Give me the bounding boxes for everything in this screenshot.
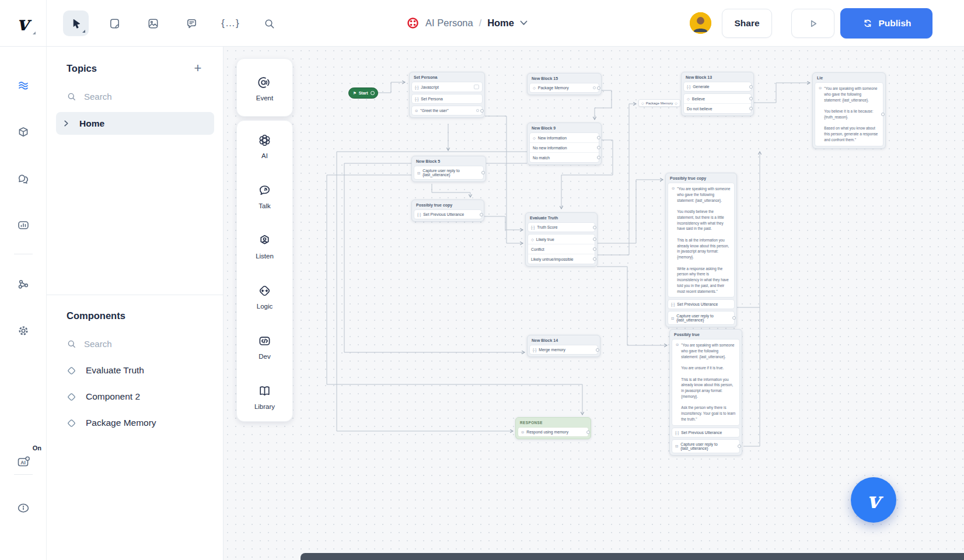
step-prompt-text[interactable]: ⊙ "You are speaking with someone who gav… <box>672 339 740 426</box>
palette-item-library[interactable]: Library <box>237 372 292 422</box>
palette-item-talk[interactable]: Talk <box>237 171 292 221</box>
block-possibly-true-copy[interactable]: Possibly true copy ⊙ "You are speaking w… <box>665 173 737 327</box>
block-new-block-13[interactable]: New Block 13 {-} Generate ◇ Believe Do n… <box>681 72 754 116</box>
topics-search[interactable] <box>67 89 211 104</box>
node-package-memory-pill[interactable]: ◇ Package Memory ◇ <box>638 99 680 107</box>
out-port[interactable] <box>738 444 741 448</box>
voiceflow-fab[interactable]: v <box>851 477 896 523</box>
out-port[interactable] <box>480 109 484 113</box>
path-no-new-information[interactable]: No new information <box>530 142 599 152</box>
start-node[interactable]: ⚑ Start <box>348 88 378 99</box>
block-possibly-true-copy-small[interactable]: Possibly true copy {-} Set Previous Utte… <box>411 200 484 222</box>
out-port[interactable] <box>593 257 596 261</box>
voiceflow-logo[interactable]: v <box>0 0 47 46</box>
out-port[interactable] <box>881 113 885 116</box>
rail-analytics-button[interactable] <box>11 212 36 238</box>
code-tool-button[interactable]: {…} <box>218 10 243 36</box>
step-capture-reply[interactable]: ⊡ Capture user reply to {last_utterance} <box>414 166 484 180</box>
block-lie[interactable]: Lie ⊙ "You are speaking with someone who… <box>812 72 886 149</box>
step-capture-reply[interactable]: ⊡ Capture user reply to {last_utterance} <box>672 439 740 453</box>
palette-item-dev[interactable]: Dev <box>237 321 292 372</box>
path-likely-untrue[interactable]: Likely untrue/impossible <box>528 254 595 264</box>
image-tool-button[interactable] <box>140 10 166 36</box>
path-believe[interactable]: ◇ Believe <box>684 94 751 103</box>
path-new-information[interactable]: ◇ New information <box>530 133 599 142</box>
path-no-match[interactable]: No match <box>530 152 599 162</box>
rail-integrations-button[interactable] <box>11 271 36 297</box>
publish-button[interactable]: Publish <box>840 8 932 38</box>
palette-item-ai[interactable]: AI <box>237 121 292 171</box>
start-out-port[interactable] <box>371 91 375 95</box>
out-port[interactable] <box>593 237 596 241</box>
step-set-previous-utterance[interactable]: {-} Set Previous Utterance <box>414 209 482 219</box>
path-likely-true[interactable]: ◇ Likely true <box>528 235 595 244</box>
block-new-block-5[interactable]: New Block 5 ⊡ Capture user reply to {las… <box>411 156 486 182</box>
palette-item-listen[interactable]: Listen <box>237 221 292 271</box>
add-topic-button[interactable]: + <box>190 61 205 76</box>
step-greet-user[interactable]: ⊙ "Greet the user" <box>411 106 483 116</box>
breadcrumb-project[interactable]: AI Persona <box>425 18 473 29</box>
rail-info-button[interactable] <box>11 495 36 521</box>
topics-search-input[interactable] <box>84 92 211 102</box>
out-port[interactable] <box>480 213 483 216</box>
user-avatar[interactable] <box>690 12 711 34</box>
step-label: Set Previous Utterance <box>677 302 718 306</box>
components-search[interactable] <box>67 336 211 351</box>
breadcrumb-page[interactable]: Home <box>487 18 514 29</box>
step-set-previous-utterance[interactable]: {-} Set Previous Utterance <box>672 428 740 438</box>
select-tool-button[interactable] <box>63 10 89 36</box>
rail-settings-button[interactable] <box>11 318 36 344</box>
rail-ai-toggle-button[interactable]: AI On <box>11 449 36 474</box>
component-item-package-memory[interactable]: Package Memory <box>56 413 214 433</box>
step-prompt-text[interactable]: ⊙ "You are speaking with someone who gav… <box>815 82 883 146</box>
share-button[interactable]: Share <box>722 9 772 38</box>
path-label: No match <box>533 156 550 160</box>
out-port[interactable] <box>597 146 600 149</box>
run-button[interactable] <box>791 9 834 38</box>
block-set-persona[interactable]: Set Persona {-} Javascript {-} Set Perso… <box>409 72 485 118</box>
step-respond-using-memory[interactable]: ⊙ Respond using memory <box>518 427 589 437</box>
step-prompt-text[interactable]: ⊙ "You are speaking with someone who gav… <box>668 183 735 298</box>
out-port[interactable] <box>593 226 596 229</box>
out-port[interactable] <box>597 136 600 139</box>
component-item-evaluate-truth[interactable]: Evaluate Truth <box>56 360 214 380</box>
block-response[interactable]: RESPONSE ⊙ Respond using memory <box>515 417 591 439</box>
out-port[interactable] <box>586 430 590 434</box>
step-package-memory[interactable]: ◇ Package Memory <box>529 83 599 93</box>
out-port[interactable] <box>481 171 485 174</box>
block-new-block-9[interactable]: New Block 9 ◇ New information No new inf… <box>527 123 602 165</box>
component-item-component-2[interactable]: Component 2 <box>56 387 214 407</box>
path-conflict[interactable]: Conflict <box>528 244 595 254</box>
sidebar-item-home[interactable]: Home <box>56 112 214 135</box>
step-javascript[interactable]: {-} Javascript <box>411 82 483 92</box>
out-port[interactable] <box>749 97 753 100</box>
step-capture-reply[interactable]: ⊡ Capture user reply to {last_utterance} <box>668 311 735 325</box>
rail-conversations-button[interactable] <box>11 166 36 192</box>
block-evaluate-truth[interactable]: Evaluate Truth {-} Truth Score ◇ Likely … <box>525 212 598 267</box>
out-port[interactable] <box>597 86 600 90</box>
note-tool-button[interactable] <box>102 10 127 36</box>
comment-tool-button[interactable] <box>179 10 204 36</box>
palette-item-logic[interactable]: Logic <box>237 271 292 321</box>
out-port[interactable] <box>597 156 600 159</box>
components-search-input[interactable] <box>84 339 211 349</box>
step-truth-score[interactable]: {-} Truth Score <box>528 222 595 232</box>
step-merge-memory[interactable]: {-} Merge memory <box>529 345 598 355</box>
block-new-block-14[interactable]: New Block 14 {-} Merge memory <box>527 335 600 357</box>
out-port[interactable] <box>596 348 599 352</box>
rail-designer-button[interactable] <box>11 73 36 99</box>
chevron-down-icon[interactable] <box>520 20 528 26</box>
palette-item-event[interactable]: Event <box>237 59 292 117</box>
block-new-block-15[interactable]: New Block 15 ◇ Package Memory <box>527 73 602 95</box>
step-set-persona[interactable]: {-} Set Persona <box>411 94 483 104</box>
step-generate[interactable]: {-} Generate <box>683 82 752 92</box>
path-do-not-believe[interactable]: Do not believe <box>684 103 751 113</box>
search-tool-button[interactable] <box>256 10 282 36</box>
step-set-previous-utterance[interactable]: {-} Set Previous Utterance <box>668 299 735 309</box>
out-port[interactable] <box>749 85 753 89</box>
block-possibly-true[interactable]: Possibly true ⊙ "You are speaking with s… <box>669 329 742 456</box>
out-port[interactable] <box>732 316 736 320</box>
out-port[interactable] <box>749 107 753 110</box>
rail-agents-button[interactable] <box>11 120 36 145</box>
out-port[interactable] <box>593 247 596 251</box>
